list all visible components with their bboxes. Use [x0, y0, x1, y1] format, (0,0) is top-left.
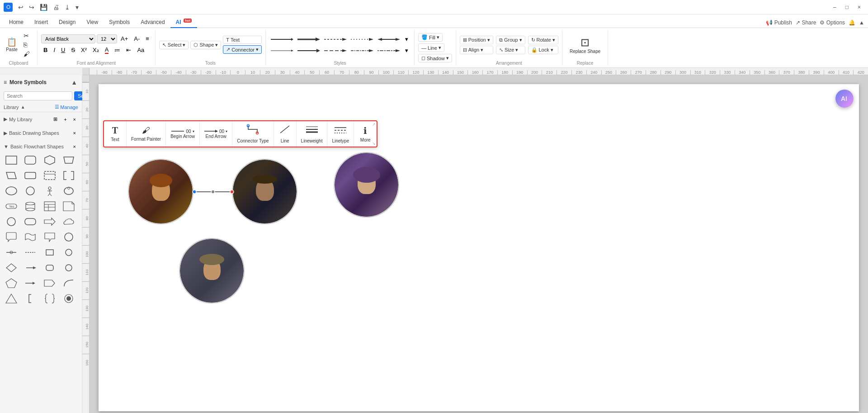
tab-insert[interactable]: Insert [29, 17, 53, 28]
shape-trapezoid[interactable] [61, 153, 76, 167]
more-options-button[interactable]: ▾ [74, 3, 80, 12]
shape-circle3[interactable] [61, 261, 76, 275]
shape-rectangle[interactable] [4, 153, 19, 167]
shape-dropdown[interactable]: ⬡ Shape ▾ [190, 41, 221, 49]
copy-button[interactable]: ⎘ [21, 41, 33, 49]
arrow-style-9[interactable] [349, 47, 375, 55]
shape-left-bracket[interactable] [23, 292, 38, 305]
replace-shape-button[interactable]: ⊡ Replace Shape [566, 34, 604, 56]
redo-button[interactable]: ↪ [27, 3, 36, 12]
line-dropdown[interactable]: — Line ▾ [418, 43, 444, 52]
shape-wave[interactable] [23, 230, 38, 244]
publish-button[interactable]: 📢 Publish [766, 19, 792, 26]
italic-button[interactable]: I [51, 46, 57, 54]
collapse-ribbon-button[interactable]: ▲ [859, 19, 864, 26]
shape-rounded-rect3[interactable] [23, 215, 38, 228]
shape-connector-line[interactable] [4, 246, 19, 259]
connector-text-button[interactable]: T Text [104, 121, 127, 147]
maximize-button[interactable]: □ [842, 3, 852, 11]
subscript-button[interactable]: X₂ [90, 46, 101, 54]
tab-design[interactable]: Design [53, 17, 81, 28]
shape-arrow-connector[interactable] [23, 276, 38, 290]
panel-header[interactable]: ≡ More Symbols ▲ [0, 75, 82, 90]
select-dropdown[interactable]: ↖ Select ▾ [159, 41, 189, 49]
fill-dropdown[interactable]: 🪣 Fill ▾ [418, 33, 443, 42]
group-dropdown[interactable]: ⧉ Group ▾ [496, 36, 525, 44]
arrow-style-5[interactable] [376, 35, 401, 43]
basic-drawing-header[interactable]: ▶ Basic Drawing Shapes × [4, 128, 78, 138]
shape-curly-brace[interactable] [42, 292, 57, 305]
shape-arc[interactable] [61, 276, 76, 290]
export-button[interactable]: ⤓ [63, 3, 72, 12]
shape-speech[interactable] [4, 230, 19, 244]
position-dropdown[interactable]: ⊞ Position ▾ [460, 36, 493, 44]
circle-young-woman[interactable] [179, 238, 245, 304]
shape-bracket[interactable] [61, 169, 76, 182]
shape-line-arrow[interactable] [23, 261, 38, 275]
shape-hexagon[interactable] [42, 153, 57, 167]
tab-home[interactable]: Home [4, 17, 29, 28]
shape-tag[interactable] [42, 276, 57, 290]
my-library-add-button[interactable]: ⊞ [51, 115, 60, 123]
notification-button[interactable]: 🔔 [849, 19, 855, 26]
shape-circle2[interactable] [4, 215, 19, 228]
ai-button[interactable]: AI [835, 90, 854, 108]
resize-handle-br-icon[interactable]: ↘ [372, 141, 376, 146]
shape-yes-label[interactable]: Yes [4, 199, 19, 213]
shape-end[interactable] [61, 292, 76, 305]
shape-ellipse[interactable] [4, 184, 19, 198]
arrow-style-2[interactable] [296, 35, 321, 43]
shape-note[interactable] [61, 199, 76, 213]
canvas-area[interactable]: ↗ ↘ T Text 🖌 Format Painter [90, 75, 868, 413]
connector-dropdown[interactable]: ↗ Connector ▾ [223, 45, 262, 54]
case-button[interactable]: Aa [135, 46, 146, 54]
paste-button[interactable]: 📋 Paste [4, 37, 20, 53]
canvas-paper[interactable]: ↗ ↘ T Text 🖌 Format Painter [99, 84, 859, 411]
options-button[interactable]: ⚙ Options [820, 19, 845, 26]
shape-callout[interactable] [42, 230, 57, 244]
connector-linetype-button[interactable]: Linetype [327, 121, 354, 147]
rotate-dropdown[interactable]: ↻ Rotate ▾ [528, 36, 558, 44]
shape-table[interactable] [42, 199, 57, 213]
search-input[interactable] [4, 91, 72, 100]
decrease-font-button[interactable]: A- [132, 34, 142, 43]
shape-parallelogram[interactable] [4, 169, 19, 182]
undo-button[interactable]: ↩ [16, 3, 25, 12]
connector-format-painter-button[interactable]: 🖌 Format Painter [127, 121, 166, 147]
lock-dropdown[interactable]: 🔒 Lock ▾ [528, 46, 558, 54]
connector-line-button[interactable]: Line [274, 121, 297, 147]
strikethrough-button[interactable]: S [69, 46, 77, 54]
shape-rounded-small[interactable] [42, 261, 57, 275]
circle-queen-woman[interactable] [334, 152, 399, 218]
connector-type-button[interactable]: Connector Type [232, 121, 274, 147]
arrow-style-6[interactable] [269, 47, 295, 55]
indent-button[interactable]: ⇤ [124, 46, 133, 54]
arrow-style-4[interactable] [349, 35, 375, 43]
font-name-select[interactable]: Arial Black [41, 34, 95, 43]
minimize-button[interactable]: – [830, 3, 840, 11]
tab-view[interactable]: View [81, 17, 104, 28]
bold-button[interactable]: B [41, 46, 50, 54]
shape-arrow-right[interactable] [42, 215, 57, 228]
save-button[interactable]: 💾 [38, 3, 49, 12]
basic-drawing-close-button[interactable]: × [71, 129, 78, 137]
shape-cylinder[interactable] [23, 199, 38, 213]
circle-warrior-woman[interactable] [128, 159, 193, 224]
shape-stop[interactable] [61, 230, 76, 244]
shape-diamond-small[interactable] [4, 261, 19, 275]
print-button[interactable]: 🖨 [51, 3, 61, 12]
styles-more-button[interactable]: ▾ [403, 35, 410, 43]
my-library-header[interactable]: ▶ My Library ⊞ + × [4, 114, 78, 124]
shape-person[interactable] [42, 184, 57, 198]
list-button[interactable]: ≔ [112, 46, 123, 54]
basic-flowchart-close-button[interactable]: × [71, 143, 78, 150]
resize-handle-icon[interactable]: ↗ [372, 122, 376, 127]
circle-warrior-man[interactable] [232, 159, 297, 224]
align-button[interactable]: ≡ [143, 34, 151, 43]
arrow-style-1[interactable] [269, 35, 295, 43]
cut-button[interactable]: ✂ [21, 32, 33, 40]
shape-rounded-rect2[interactable] [23, 169, 38, 182]
shape-cloud[interactable] [61, 215, 76, 228]
styles-more2-button[interactable]: ▾ [403, 46, 410, 55]
tab-ai[interactable]: AI hot [170, 17, 198, 28]
